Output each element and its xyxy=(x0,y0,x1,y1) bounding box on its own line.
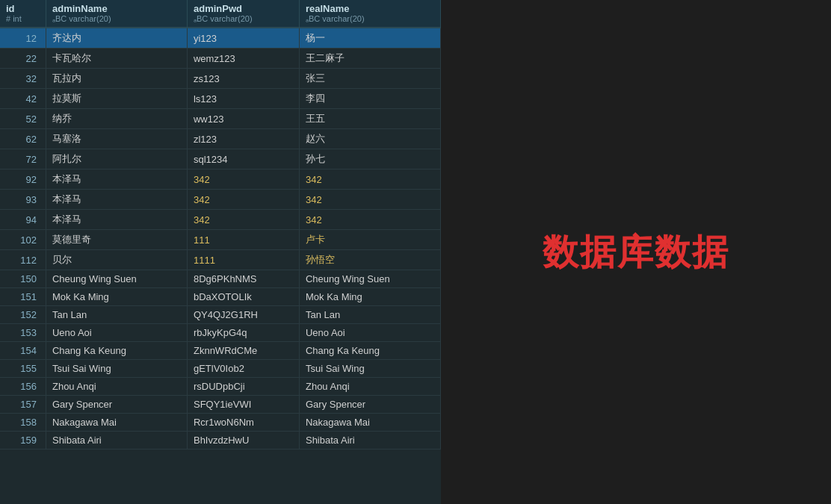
cell-id: 52 xyxy=(0,109,46,129)
cell-adminpwd: 342 xyxy=(187,190,299,210)
cell-realname: 王二麻子 xyxy=(299,49,440,69)
cell-adminpwd: 342 xyxy=(187,210,299,230)
cell-adminpwd: BhIvzdzHwU xyxy=(187,432,299,449)
table-header-row: id # int adminName ₐBC varchar(20) admin… xyxy=(0,0,441,28)
cell-adminname: 瓦拉内 xyxy=(46,69,187,89)
cell-realname: Mok Ka Ming xyxy=(299,288,440,306)
cell-adminpwd: ww123 xyxy=(187,109,299,129)
cell-adminpwd: 111 xyxy=(187,230,299,250)
table-row[interactable]: 154Chang Ka KeungZknnWRdCMeChang Ka Keun… xyxy=(0,342,441,360)
cell-adminname: 本泽马 xyxy=(46,210,187,230)
cell-adminname: Mok Ka Ming xyxy=(46,288,187,306)
table-row[interactable]: 72阿扎尔sql1234孙七 xyxy=(0,149,441,169)
table-row[interactable]: 155Tsui Sai WinggETlV0Iob2Tsui Sai Wing xyxy=(0,360,441,378)
cell-realname: 李四 xyxy=(299,89,440,109)
cell-id: 152 xyxy=(0,306,46,324)
cell-adminname: Nakagawa Mai xyxy=(46,414,187,432)
cell-adminpwd: rbJkyKpG4q xyxy=(187,324,299,342)
cell-adminpwd: QY4QJ2G1RH xyxy=(187,306,299,324)
cell-realname: Chang Ka Keung xyxy=(299,342,440,360)
db-label: 数据库数据 xyxy=(543,228,729,276)
cell-realname: Ueno Aoi xyxy=(299,324,440,342)
cell-adminpwd: bDaXOTOLIk xyxy=(187,288,299,306)
cell-adminname: Zhou Anqi xyxy=(46,378,187,396)
table-row[interactable]: 151Mok Ka MingbDaXOTOLIkMok Ka Ming xyxy=(0,288,441,306)
table-row[interactable]: 93本泽马342342 xyxy=(0,190,441,210)
cell-adminname: 马塞洛 xyxy=(46,129,187,149)
cell-adminpwd: 342 xyxy=(187,169,299,190)
table-row[interactable]: 12齐达内yi123杨一 xyxy=(0,28,441,49)
table-row[interactable]: 52纳乔ww123王五 xyxy=(0,109,441,129)
table-row[interactable]: 150Cheung Wing Suen8Dg6PKhNMSCheung Wing… xyxy=(0,270,441,288)
cell-adminname: Cheung Wing Suen xyxy=(46,270,187,288)
table-row[interactable]: 157Gary SpencerSFQY1ieVWIGary Spencer xyxy=(0,396,441,414)
cell-id: 12 xyxy=(0,28,46,49)
cell-adminpwd: SFQY1ieVWI xyxy=(187,396,299,414)
table-row[interactable]: 32瓦拉内zs123张三 xyxy=(0,69,441,89)
cell-adminpwd: 8Dg6PKhNMS xyxy=(187,270,299,288)
cell-id: 158 xyxy=(0,414,46,432)
cell-adminpwd: rsDUDpbCji xyxy=(187,378,299,396)
cell-realname: Nakagawa Mai xyxy=(299,414,440,432)
cell-id: 72 xyxy=(0,149,46,169)
table-row[interactable]: 153Ueno AoirbJkyKpG4qUeno Aoi xyxy=(0,324,441,342)
table-row[interactable]: 159Shibata AiriBhIvzdzHwUShibata Airi xyxy=(0,432,441,449)
cell-realname: 张三 xyxy=(299,69,440,89)
cell-adminname: 本泽马 xyxy=(46,190,187,210)
database-table-container[interactable]: id # int adminName ₐBC varchar(20) admin… xyxy=(0,0,441,504)
cell-adminname: 本泽马 xyxy=(46,169,187,190)
cell-realname: 卢卡 xyxy=(299,230,440,250)
cell-id: 156 xyxy=(0,378,46,396)
table-row[interactable]: 156Zhou AnqirsDUDpbCjiZhou Anqi xyxy=(0,378,441,396)
cell-id: 153 xyxy=(0,324,46,342)
table-row[interactable]: 62马塞洛zl123赵六 xyxy=(0,129,441,149)
cell-realname: Shibata Airi xyxy=(299,432,440,449)
cell-adminname: 贝尔 xyxy=(46,250,187,270)
cell-id: 159 xyxy=(0,432,46,449)
col-header-id[interactable]: id # int xyxy=(0,0,46,28)
cell-id: 42 xyxy=(0,89,46,109)
table-row[interactable]: 94本泽马342342 xyxy=(0,210,441,230)
cell-realname: 342 xyxy=(299,169,440,190)
col-header-adminname[interactable]: adminName ₐBC varchar(20) xyxy=(46,0,187,28)
table-row[interactable]: 158Nakagawa MaiRcr1woN6NmNakagawa Mai xyxy=(0,414,441,432)
cell-id: 157 xyxy=(0,396,46,414)
cell-realname: 王五 xyxy=(299,109,440,129)
cell-id: 112 xyxy=(0,250,46,270)
cell-adminname: 莫德里奇 xyxy=(46,230,187,250)
cell-adminpwd: Rcr1woN6Nm xyxy=(187,414,299,432)
col-header-adminpwd[interactable]: adminPwd ₐBC varchar(20) xyxy=(187,0,299,28)
cell-realname: 342 xyxy=(299,210,440,230)
table-row[interactable]: 22卡瓦哈尔wemz123王二麻子 xyxy=(0,49,441,69)
cell-realname: 杨一 xyxy=(299,28,440,49)
cell-adminpwd: yi123 xyxy=(187,28,299,49)
cell-adminname: Shibata Airi xyxy=(46,432,187,449)
cell-id: 94 xyxy=(0,210,46,230)
cell-id: 32 xyxy=(0,69,46,89)
col-header-realname[interactable]: realName ₐBC varchar(20) xyxy=(299,0,440,28)
table-row[interactable]: 92本泽马342342 xyxy=(0,169,441,190)
cell-adminname: 阿扎尔 xyxy=(46,149,187,169)
cell-adminpwd: zs123 xyxy=(187,69,299,89)
cell-realname: 赵六 xyxy=(299,129,440,149)
cell-adminname: Gary Spencer xyxy=(46,396,187,414)
cell-id: 22 xyxy=(0,49,46,69)
cell-id: 92 xyxy=(0,169,46,190)
right-panel: 数据库数据 xyxy=(441,0,831,504)
cell-adminname: Tsui Sai Wing xyxy=(46,360,187,378)
cell-adminname: Chang Ka Keung xyxy=(46,342,187,360)
cell-adminname: Ueno Aoi xyxy=(46,324,187,342)
cell-adminpwd: 1111 xyxy=(187,250,299,270)
table-row[interactable]: 102莫德里奇111卢卡 xyxy=(0,230,441,250)
table-row[interactable]: 42拉莫斯ls123李四 xyxy=(0,89,441,109)
cell-adminname: 齐达内 xyxy=(46,28,187,49)
cell-realname: Zhou Anqi xyxy=(299,378,440,396)
cell-adminpwd: wemz123 xyxy=(187,49,299,69)
table-row[interactable]: 152Tan LanQY4QJ2G1RHTan Lan xyxy=(0,306,441,324)
table-row[interactable]: 112贝尔1111孙悟空 xyxy=(0,250,441,270)
cell-adminname: Tan Lan xyxy=(46,306,187,324)
cell-id: 155 xyxy=(0,360,46,378)
cell-realname: Tan Lan xyxy=(299,306,440,324)
cell-realname: Tsui Sai Wing xyxy=(299,360,440,378)
cell-adminpwd: gETlV0Iob2 xyxy=(187,360,299,378)
